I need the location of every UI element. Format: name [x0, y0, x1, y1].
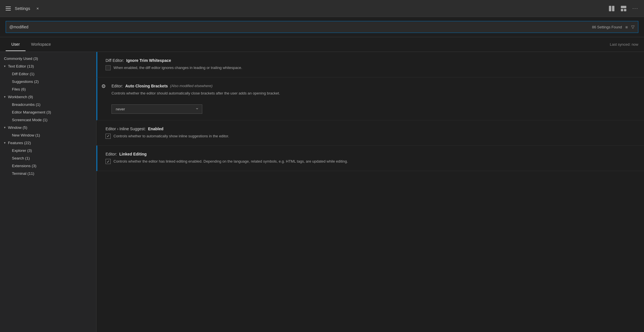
- sidebar-item-commonly-used[interactable]: Commonly Used (3): [0, 55, 96, 62]
- checkbox-row: Controls whether the editor has linked e…: [106, 159, 635, 165]
- setting-linked-editing: Editor: Linked Editing Controls whether …: [96, 146, 644, 171]
- setting-title-bold: Linked Editing: [119, 152, 146, 156]
- checkbox-linked-editing[interactable]: [106, 159, 111, 164]
- gear-icon[interactable]: ⚙: [101, 83, 106, 89]
- setting-title-prefix: Editor › Inline Suggest:: [106, 127, 146, 131]
- sidebar-item-label: Text Editor (13): [8, 64, 34, 68]
- setting-inline-suggest: Editor › Inline Suggest: Enabled Control…: [96, 120, 644, 146]
- sort-icon[interactable]: ≡: [625, 25, 628, 30]
- setting-title-prefix: Editor:: [106, 152, 117, 156]
- sidebar-item-screencast-mode[interactable]: Screencast Mode (1): [0, 116, 96, 124]
- setting-description: Controls whether the editor should autom…: [111, 91, 635, 96]
- checkbox-inline-suggest[interactable]: [106, 134, 111, 139]
- search-results-info: 86 Settings Found ≡ ▽: [592, 24, 635, 30]
- tabs-row: User Workspace Last synced: now: [0, 37, 644, 52]
- sidebar-item-workbench[interactable]: Workbench (9): [0, 93, 96, 101]
- svg-rect-4: [624, 9, 626, 11]
- setting-title-bold: Ignore Trim Whitespace: [126, 58, 171, 63]
- setting-diff-editor-ignore-trim: Diff Editor: Ignore Trim Whitespace When…: [96, 52, 644, 77]
- sidebar-item-label: Screencast Mode (1): [12, 118, 47, 122]
- chevron-down-icon: [4, 64, 6, 68]
- sidebar-item-label: Breadcrumbs (1): [12, 102, 41, 107]
- checkbox-row: Controls whether to automatically show i…: [106, 133, 635, 139]
- svg-rect-0: [609, 6, 611, 11]
- sidebar-item-new-window[interactable]: New Window (1): [0, 131, 96, 139]
- setting-description: Controls whether to automatically show i…: [113, 133, 229, 139]
- title-bar-actions: ···: [609, 5, 638, 12]
- setting-title: Editor: Linked Editing: [106, 152, 635, 156]
- sidebar-item-label: Window (5): [8, 125, 27, 130]
- chevron-down-icon: [4, 126, 6, 129]
- search-input[interactable]: [9, 25, 589, 29]
- close-button[interactable]: ×: [34, 5, 41, 12]
- sidebar-item-label: Extensions (3): [12, 164, 36, 168]
- setting-title-prefix: Diff Editor:: [106, 58, 124, 63]
- svg-rect-1: [612, 6, 614, 11]
- sidebar-item-label: New Window (1): [12, 133, 40, 137]
- sidebar-item-label: Diff Editor (1): [12, 72, 34, 76]
- window-title: Settings: [15, 6, 30, 11]
- chevron-down-icon: [4, 95, 6, 99]
- svg-rect-3: [621, 9, 623, 11]
- results-count: 86 Settings Found: [592, 25, 622, 29]
- setting-title: Editor: Auto Closing Brackets (Also modi…: [111, 84, 635, 88]
- sidebar-item-breadcrumbs[interactable]: Breadcrumbs (1): [0, 101, 96, 108]
- auto-closing-brackets-select[interactable]: never languageDefined beforeWhitespace a…: [111, 104, 202, 114]
- sidebar-item-files[interactable]: Files (6): [0, 85, 96, 93]
- filter-icon[interactable]: ▽: [631, 24, 635, 30]
- last-synced: Last synced: now: [610, 42, 638, 47]
- title-bar-left: Settings ×: [6, 5, 41, 12]
- checkbox-row: When enabled, the diff editor ignores ch…: [106, 65, 635, 71]
- setting-title: Editor › Inline Suggest: Enabled: [106, 127, 635, 131]
- sidebar-item-features[interactable]: Features (22): [0, 139, 96, 147]
- sidebar-item-label: Files (6): [12, 87, 26, 91]
- setting-auto-closing-brackets: ⚙ Editor: Auto Closing Brackets (Also mo…: [96, 77, 644, 120]
- sidebar-item-suggestions[interactable]: Suggestions (2): [0, 78, 96, 85]
- also-modified-label: (Also modified elsewhere): [170, 84, 213, 88]
- sidebar-item-label: Workbench (9): [8, 95, 33, 99]
- tabs: User Workspace: [6, 38, 56, 51]
- sidebar-item-explorer[interactable]: Explorer (3): [0, 147, 96, 154]
- setting-title-prefix: Editor:: [111, 84, 123, 88]
- gear-icon-container: ⚙: [101, 83, 106, 89]
- layout-icon[interactable]: [620, 5, 627, 12]
- more-options-icon[interactable]: ···: [632, 5, 638, 11]
- sidebar-item-label: Editor Management (3): [12, 110, 51, 114]
- sidebar-item-search[interactable]: Search (1): [0, 154, 96, 162]
- title-bar: Settings × ···: [0, 0, 644, 17]
- sidebar-item-editor-management[interactable]: Editor Management (3): [0, 108, 96, 116]
- sidebar-item-diff-editor[interactable]: Diff Editor (1): [0, 70, 96, 78]
- sidebar-item-label: Explorer (3): [12, 148, 32, 153]
- search-input-container: 86 Settings Found ≡ ▽: [6, 21, 638, 33]
- setting-description: Controls whether the editor has linked e…: [113, 159, 348, 165]
- setting-title-bold: Enabled: [148, 127, 163, 131]
- tab-user[interactable]: User: [6, 38, 26, 51]
- search-bar: 86 Settings Found ≡ ▽: [0, 17, 644, 37]
- sidebar-item-label: Terminal (11): [12, 171, 34, 176]
- setting-title: Diff Editor: Ignore Trim Whitespace: [106, 58, 635, 63]
- chevron-down-icon: [4, 141, 6, 145]
- sidebar-item-extensions[interactable]: Extensions (3): [0, 162, 96, 170]
- sidebar-item-text-editor[interactable]: Text Editor (13): [0, 62, 96, 70]
- sidebar-item-label: Search (1): [12, 156, 30, 160]
- sidebar-item-window[interactable]: Window (5): [0, 124, 96, 131]
- sidebar: Commonly Used (3) Text Editor (13) Diff …: [0, 52, 96, 332]
- settings-content: Diff Editor: Ignore Trim Whitespace When…: [96, 52, 644, 332]
- hamburger-menu-icon[interactable]: [6, 7, 11, 10]
- sidebar-item-label: Features (22): [8, 141, 31, 145]
- select-wrapper: never languageDefined beforeWhitespace a…: [111, 102, 202, 114]
- setting-description: When enabled, the diff editor ignores ch…: [113, 65, 242, 71]
- checkbox-diff-ignore-trim[interactable]: [106, 65, 111, 70]
- setting-title-bold: Auto Closing Brackets: [125, 84, 168, 88]
- svg-rect-2: [621, 6, 626, 8]
- sidebar-item-terminal[interactable]: Terminal (11): [0, 170, 96, 177]
- sidebar-item-label: Commonly Used (3): [4, 56, 38, 61]
- tab-workspace[interactable]: Workspace: [26, 38, 57, 51]
- main-layout: Commonly Used (3) Text Editor (13) Diff …: [0, 52, 644, 332]
- split-editor-icon[interactable]: [609, 5, 615, 12]
- sidebar-item-label: Suggestions (2): [12, 79, 39, 84]
